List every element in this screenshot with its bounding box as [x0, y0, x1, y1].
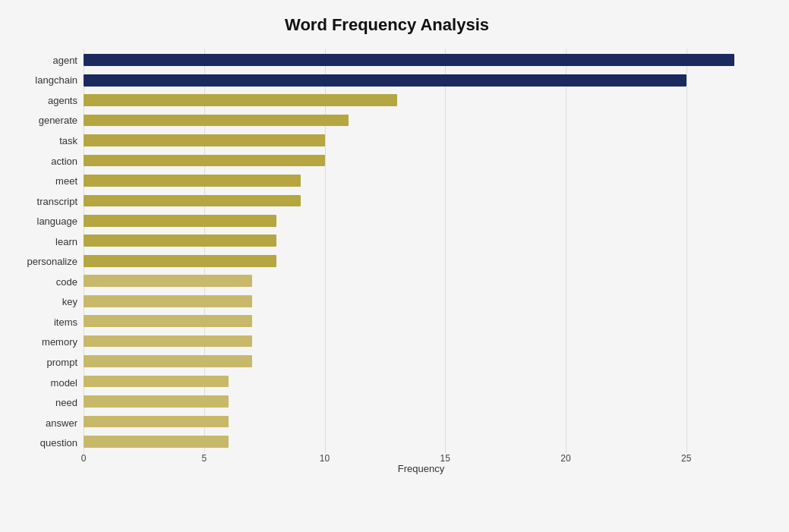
bar — [84, 315, 252, 327]
chart-area: agentlangchainagentsgeneratetaskactionme… — [15, 49, 759, 474]
y-label: agents — [48, 96, 77, 105]
bar-row — [84, 371, 759, 391]
bar-row — [84, 311, 759, 331]
y-label: generate — [39, 115, 77, 125]
bar — [84, 155, 325, 167]
bar-row — [84, 150, 759, 170]
bar-row — [84, 90, 759, 110]
y-label: langchain — [35, 75, 77, 85]
bar — [84, 376, 229, 388]
bar — [84, 195, 301, 207]
bar-row — [84, 50, 759, 70]
bar-row — [84, 70, 759, 90]
bar — [84, 74, 686, 87]
y-label: prompt — [47, 357, 77, 367]
x-ticks: 0510152025 — [84, 453, 759, 461]
bar-row — [84, 231, 759, 250]
y-label: learn — [55, 237, 77, 247]
x-tick: 20 — [560, 453, 570, 464]
bar — [84, 54, 734, 66]
x-axis-label: Frequency — [84, 463, 759, 474]
x-tick: 0 — [81, 453, 87, 464]
x-tick: 10 — [320, 453, 330, 464]
bar — [84, 395, 229, 408]
y-axis: agentlangchainagentsgeneratetaskactionme… — [15, 49, 84, 474]
bars-area — [84, 49, 759, 453]
bar-row — [84, 131, 759, 150]
bar — [84, 255, 276, 267]
y-label: agent — [52, 55, 77, 65]
bar-row — [84, 331, 759, 351]
y-label: transcript — [37, 197, 77, 206]
y-label: model — [51, 378, 77, 388]
bar — [84, 215, 276, 227]
chart-title: Word Frequency Analysis — [15, 15, 759, 35]
y-label: key — [62, 297, 77, 307]
bar-row — [84, 351, 759, 371]
bar — [84, 235, 276, 247]
bar — [84, 175, 301, 187]
y-label: task — [59, 136, 77, 146]
bar — [84, 295, 252, 307]
bar-row — [84, 190, 759, 210]
y-label: need — [55, 398, 77, 408]
y-label: meet — [55, 176, 77, 186]
x-tick: 5 — [201, 453, 207, 464]
bar-row — [84, 211, 759, 231]
y-label: question — [40, 438, 77, 448]
bar-row — [84, 432, 759, 452]
y-label: items — [54, 317, 77, 327]
x-axis: 0510152025 Frequency — [84, 453, 759, 474]
bar-row — [84, 392, 759, 411]
y-label: answer — [46, 418, 77, 428]
x-tick: 25 — [681, 453, 691, 464]
chart-container: Word Frequency Analysis agentlangchainag… — [0, 0, 789, 532]
y-label: memory — [42, 337, 77, 347]
bar — [84, 94, 397, 106]
bar — [84, 275, 252, 287]
bar-row — [84, 110, 759, 130]
bar-row — [84, 171, 759, 190]
bar — [84, 416, 229, 428]
y-label: personalize — [27, 257, 78, 266]
bar — [84, 335, 252, 348]
bars-wrapper — [84, 49, 759, 453]
bar — [84, 355, 252, 367]
bar — [84, 134, 325, 146]
y-label: action — [51, 156, 77, 166]
bar-row — [84, 291, 759, 310]
bar-row — [84, 251, 759, 271]
bar — [84, 436, 229, 448]
bar — [84, 115, 349, 127]
x-tick: 15 — [440, 453, 450, 464]
bar-row — [84, 411, 759, 431]
y-label: code — [56, 277, 77, 287]
bar-row — [84, 271, 759, 291]
bars-and-xaxis: 0510152025 Frequency — [84, 49, 759, 474]
y-label: language — [37, 216, 78, 226]
